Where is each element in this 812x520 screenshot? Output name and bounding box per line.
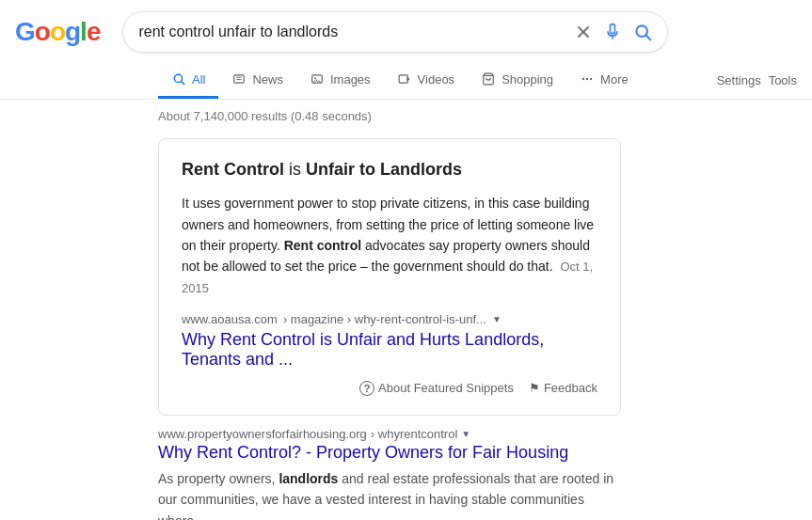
snippet-body: It uses government power to stop private… xyxy=(182,193,597,299)
svg-point-12 xyxy=(582,78,584,80)
org-url: www.propertyownersforfairhousing.org xyxy=(158,427,367,441)
more-icon xyxy=(580,71,595,87)
tab-images[interactable]: Images xyxy=(296,62,384,99)
snippet-url: www.aoausa.com xyxy=(182,312,278,326)
settings-link[interactable]: Settings xyxy=(717,73,761,87)
organic-result-0: www.propertyownersforfairhousing.org › w… xyxy=(158,427,621,520)
svg-marker-10 xyxy=(406,77,410,82)
videos-icon xyxy=(397,71,412,87)
snippet-breadcrumb: › magazine › why-rent-control-is-unf... xyxy=(283,312,486,326)
nav-settings: Settings Tools xyxy=(717,73,812,87)
search-button[interactable] xyxy=(633,23,652,41)
org-breadcrumbs: › whyrentcontrol xyxy=(371,427,457,441)
org-snippet-text1: As property owners, xyxy=(158,471,279,486)
featured-snippet: Rent Control is Unfair to Landlords It u… xyxy=(158,138,621,416)
snippet-url-row: www.aoausa.com › magazine › why-rent-con… xyxy=(182,312,597,326)
snippet-title-bold1: Rent Control xyxy=(182,160,284,179)
search-icon xyxy=(633,23,652,41)
tab-more-label: More xyxy=(600,72,629,87)
tab-videos-label: Videos xyxy=(418,72,455,87)
snippet-dropdown[interactable]: ▼ xyxy=(492,314,502,324)
search-icon xyxy=(171,71,186,87)
clear-button[interactable] xyxy=(575,24,592,40)
tab-shopping-label: Shopping xyxy=(502,72,553,87)
tab-all-label: All xyxy=(192,72,205,87)
tab-videos[interactable]: Videos xyxy=(384,62,469,99)
results-area: About 7,140,000 results (0.48 seconds) R… xyxy=(0,100,621,520)
tab-more[interactable]: More xyxy=(566,62,642,99)
question-icon: ? xyxy=(359,381,374,396)
svg-rect-4 xyxy=(234,75,245,83)
org-dropdown[interactable]: ▼ xyxy=(461,429,470,439)
voice-search-button[interactable] xyxy=(603,23,622,41)
org-snippet: As property owners, landlords and real e… xyxy=(158,468,621,520)
svg-line-3 xyxy=(182,82,184,85)
snippet-link[interactable]: Why Rent Control is Unfair and Hurts Lan… xyxy=(182,330,597,370)
tab-images-label: Images xyxy=(330,72,371,87)
shopping-icon xyxy=(481,71,496,87)
flag-icon: ⚑ xyxy=(529,381,540,395)
logo-g2: g xyxy=(65,17,80,46)
google-logo[interactable]: Google xyxy=(15,17,100,47)
org-title-link[interactable]: Why Rent Control? - Property Owners for … xyxy=(158,443,621,463)
header: Google rent control unfair to landlords xyxy=(0,0,812,53)
tab-all[interactable]: All xyxy=(158,62,218,99)
org-url-row: www.propertyownersforfairhousing.org › w… xyxy=(158,427,621,441)
snippet-title-bold2: Unfair to Landlords xyxy=(306,160,462,179)
svg-rect-9 xyxy=(399,75,407,83)
org-snippet-bold: landlords xyxy=(279,471,338,486)
snippet-footer: ? About Featured Snippets ⚑ Feedback xyxy=(182,381,597,396)
news-icon xyxy=(231,71,247,87)
about-snippets-link[interactable]: ? About Featured Snippets xyxy=(359,381,514,396)
about-snippets-label: About Featured Snippets xyxy=(378,381,514,395)
feedback-label: Feedback xyxy=(544,381,597,395)
microphone-icon xyxy=(603,23,622,41)
images-icon xyxy=(310,71,325,87)
svg-point-14 xyxy=(590,78,592,80)
snippet-body-bold: Rent control xyxy=(284,238,361,253)
results-count: About 7,140,000 results (0.48 seconds) xyxy=(158,109,621,123)
search-icons xyxy=(575,23,652,41)
snippet-title: Rent Control is Unfair to Landlords xyxy=(182,158,597,181)
logo-g: G xyxy=(15,17,35,46)
search-bar: rent control unfair to landlords xyxy=(122,11,668,53)
tab-news-label: News xyxy=(252,72,283,87)
logo-o1: o xyxy=(35,17,50,46)
tab-shopping[interactable]: Shopping xyxy=(468,62,566,99)
svg-point-8 xyxy=(314,77,316,79)
logo-e: e xyxy=(87,17,101,46)
tab-news[interactable]: News xyxy=(218,62,296,99)
tools-link[interactable]: Tools xyxy=(769,73,797,87)
logo-l: l xyxy=(80,17,87,46)
logo-o2: o xyxy=(50,17,65,46)
svg-line-1 xyxy=(646,36,651,40)
feedback-link[interactable]: ⚑ Feedback xyxy=(529,381,597,395)
search-input[interactable]: rent control unfair to landlords xyxy=(138,24,575,40)
close-icon xyxy=(575,24,592,40)
nav-tabs: All News Images Videos Shopping More Se xyxy=(0,56,812,100)
svg-point-13 xyxy=(586,78,588,80)
